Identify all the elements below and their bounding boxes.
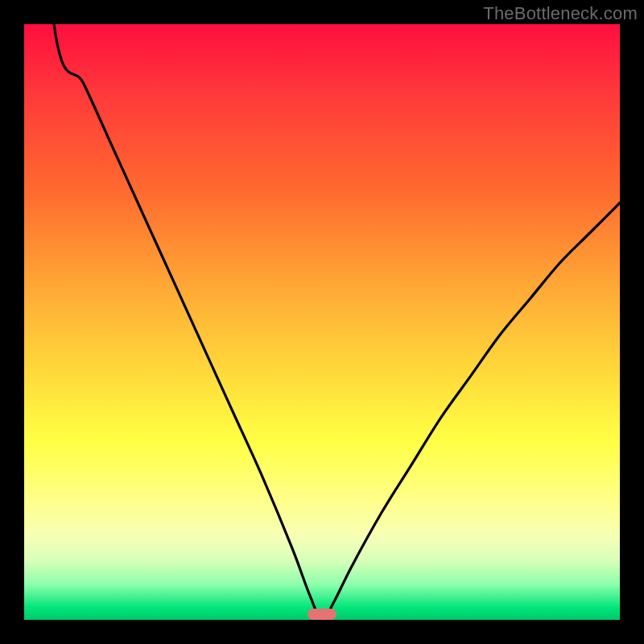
watermark-text: TheBottleneck.com — [483, 3, 638, 24]
bottleneck-curve — [24, 24, 620, 620]
plot-area — [24, 24, 620, 620]
optimum-marker — [308, 609, 336, 620]
chart-frame: TheBottleneck.com — [0, 0, 644, 644]
